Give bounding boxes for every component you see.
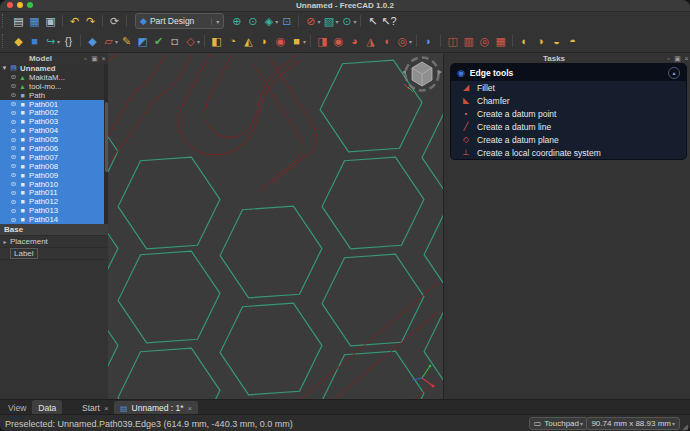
chevron-down-icon[interactable]: ▾ (335, 18, 338, 25)
additive-pipe-icon[interactable]: ◗ (257, 34, 272, 49)
property-row-label[interactable]: Label (0, 248, 108, 260)
visibility-eye-icon[interactable]: ⊙ (9, 180, 18, 188)
tree-item-path004[interactable]: ⊙■Path004 (0, 126, 108, 135)
sync-view-icon[interactable]: ⊡ (279, 14, 294, 29)
float-panel-icon[interactable]: ▫ (664, 55, 673, 62)
make-link-icon[interactable]: ↪ (43, 34, 58, 49)
map-sketch-icon[interactable]: ◩ (135, 34, 150, 49)
tree-item-path008[interactable]: ⊙■Path008 (0, 162, 108, 171)
chevron-down-icon[interactable]: ▾ (317, 18, 320, 25)
tree-item-path014[interactable]: ⊙■Path014 (0, 215, 108, 224)
fit-all-icon[interactable]: ⊕ (229, 14, 244, 29)
tree-item-path[interactable]: ⊙■Path (0, 91, 108, 100)
task-item-create-a-datum-line[interactable]: ╱Create a datum line (451, 120, 686, 133)
thickness-icon[interactable]: ◗ (421, 34, 436, 49)
revolution-icon[interactable]: ◔ (225, 34, 240, 49)
undo-icon[interactable]: ↶ (67, 14, 82, 29)
visibility-eye-icon[interactable]: ⊙ (9, 91, 18, 99)
tree-item-document[interactable]: ▼▤Unnamed (0, 64, 108, 73)
groove-icon[interactable]: ◕ (347, 34, 362, 49)
tree-item-path013[interactable]: ⊙■Path013 (0, 206, 108, 215)
task-item-create-a-datum-point[interactable]: •Create a datum point (451, 107, 686, 120)
polar-pattern-icon[interactable]: ◎ (477, 34, 492, 49)
tree-item-toolmo[interactable]: ⊙▲tool-mo... (0, 82, 108, 91)
create-group-icon[interactable]: ■ (27, 34, 42, 49)
refresh-icon[interactable]: ⟳ (107, 14, 122, 29)
visibility-eye-icon[interactable]: ⊙ (9, 118, 18, 126)
create-sketch-icon[interactable]: ▱ (101, 34, 116, 49)
tree-item-path007[interactable]: ⊙■Path007 (0, 153, 108, 162)
visibility-eye-icon[interactable]: ⊙ (9, 153, 18, 161)
tree-item-path005[interactable]: ⊙■Path005 (0, 135, 108, 144)
close-tab-icon[interactable]: × (104, 404, 109, 413)
zoom-selection-icon[interactable]: ⊙ (245, 14, 260, 29)
task-item-create-a-datum-plane[interactable]: ◇Create a datum plane (451, 133, 686, 146)
visibility-eye-icon[interactable]: ⊙ (9, 109, 18, 117)
mirrored-icon[interactable]: ◫ (445, 34, 460, 49)
resize-grip[interactable]: ◢ (683, 423, 688, 431)
collapse-section-icon[interactable]: ▴ (668, 67, 680, 79)
tree-item-makitam[interactable]: ⊙▲MakitaM... (0, 73, 108, 82)
visibility-eye-icon[interactable]: ⊙ (9, 162, 18, 170)
visibility-eye-icon[interactable]: ⊙ (9, 136, 18, 144)
chevron-down-icon[interactable]: ▾ (115, 38, 118, 45)
additive-helix-icon[interactable]: ◉ (273, 34, 288, 49)
task-item-chamfer[interactable]: ◣Chamfer (451, 94, 686, 107)
view-dimensions-button[interactable]: 90.74 mm x 88.93 mm ▾ (586, 417, 680, 430)
viewport-canvas[interactable] (108, 53, 443, 399)
validate-sketch-icon[interactable]: ✔ (151, 34, 166, 49)
subtractive-primitive-icon[interactable]: ◎ (395, 34, 410, 49)
whats-this-icon[interactable]: ↖? (381, 14, 396, 29)
3d-viewport[interactable] (108, 53, 443, 399)
chevron-down-icon[interactable]: ▾ (409, 38, 412, 45)
chevron-down-icon[interactable]: ▾ (197, 38, 200, 45)
visibility-eye-icon[interactable]: ⊙ (9, 189, 18, 197)
boolean-common-icon[interactable]: ◒ (549, 34, 564, 49)
visibility-eye-icon[interactable]: ⊙ (9, 207, 18, 215)
subtractive-loft-icon[interactable]: ◮ (363, 34, 378, 49)
chevron-down-icon[interactable]: ▾ (303, 38, 306, 45)
edge-tools-header[interactable]: ◉ Edge tools ▴ (451, 64, 686, 81)
tree-item-path012[interactable]: ⊙■Path012 (0, 197, 108, 206)
edit-sketch-icon[interactable]: ✎ (119, 34, 134, 49)
multitransform-icon[interactable]: ▦ (493, 34, 508, 49)
pocket-icon[interactable]: ◨ (315, 34, 330, 49)
collapse-caret-icon[interactable]: ▼ (0, 65, 9, 71)
workbench-selector[interactable]: ◆Part Design▾ (135, 13, 224, 29)
visibility-eye-icon[interactable]: ⊙ (9, 82, 18, 90)
zoom-tools-icon[interactable]: ⊙ (339, 14, 354, 29)
close-tab-icon[interactable]: × (188, 404, 193, 413)
visibility-eye-icon[interactable]: ⊙ (9, 127, 18, 135)
draw-style-icon[interactable]: ⊘ (303, 14, 318, 29)
visibility-eye-icon[interactable]: ⊙ (9, 171, 18, 179)
select-arrow-icon[interactable]: ↖ (365, 14, 380, 29)
boolean-compsolid-icon[interactable]: ◓ (565, 34, 580, 49)
pad-icon[interactable]: ◧ (209, 34, 224, 49)
dock-panel-icon[interactable]: ▣ (673, 55, 682, 63)
task-item-create-a-local-coordinate-system[interactable]: ⊥Create a local coordinate system (451, 146, 686, 159)
tree-item-path002[interactable]: ⊙■Path002 (0, 108, 108, 117)
create-body-icon[interactable]: ◆ (85, 34, 100, 49)
appearance-icon[interactable]: ▧ (321, 14, 336, 29)
visibility-eye-icon[interactable]: ⊙ (9, 73, 18, 81)
axonometric-view-icon[interactable]: ◈ (261, 14, 276, 29)
additive-primitive-icon[interactable]: ■ (289, 34, 304, 49)
tree-item-path006[interactable]: ⊙■Path006 (0, 144, 108, 153)
hole-icon[interactable]: ◉ (331, 34, 346, 49)
linear-pattern-icon[interactable]: ▥ (461, 34, 476, 49)
chevron-down-icon[interactable]: ▾ (57, 38, 60, 45)
expand-caret-icon[interactable]: ▸ (0, 238, 10, 245)
visibility-eye-icon[interactable]: ⊙ (9, 216, 18, 224)
tree-item-path010[interactable]: ⊙■Path010 (0, 180, 108, 189)
tree-item-path001[interactable]: ⊙■Path001 (0, 100, 108, 109)
property-row-placement[interactable]: ▸ Placement (0, 236, 108, 248)
close-panel-icon[interactable]: × (682, 55, 690, 62)
expression-editor-icon[interactable]: {} (61, 34, 76, 49)
dock-panel-icon[interactable]: ▣ (90, 55, 99, 63)
tree-item-path011[interactable]: ⊙■Path011 (0, 188, 108, 197)
visibility-eye-icon[interactable]: ⊙ (9, 198, 18, 206)
tab-start-page[interactable]: Start × (76, 401, 115, 415)
chevron-down-icon[interactable]: ▾ (353, 18, 356, 25)
navigation-style-button[interactable]: ▭ Touchpad ▾ (529, 417, 588, 430)
float-panel-icon[interactable]: ▫ (81, 55, 90, 62)
